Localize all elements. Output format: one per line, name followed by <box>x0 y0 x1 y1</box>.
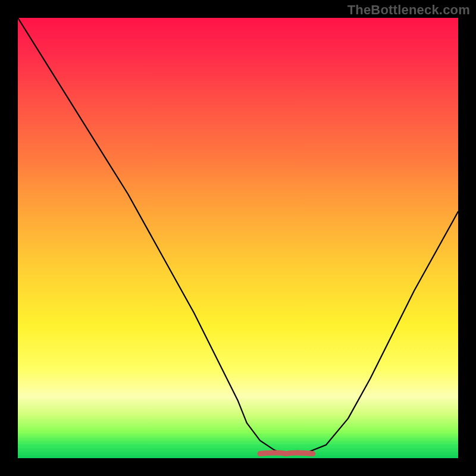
curve-layer <box>18 18 458 458</box>
bottleneck-curve <box>18 18 458 454</box>
chart-frame: TheBottleneck.com <box>0 0 476 476</box>
plot-area <box>18 18 458 458</box>
watermark-label: TheBottleneck.com <box>347 2 470 18</box>
flat-valley-highlight <box>260 453 313 454</box>
